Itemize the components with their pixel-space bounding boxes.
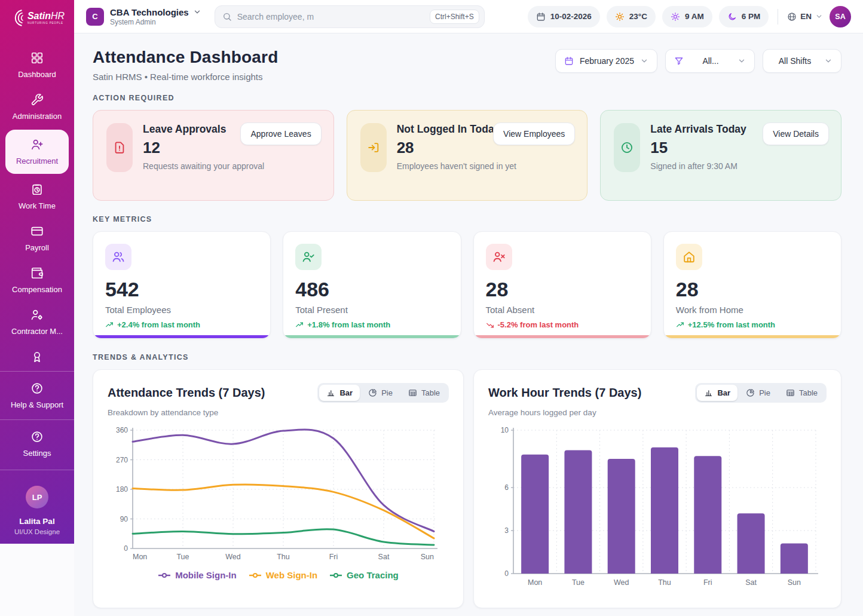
view-details-button[interactable]: View Details — [763, 122, 829, 145]
tenant-name: CBA Technologies — [110, 7, 189, 17]
toggle-bar-button[interactable]: Bar — [697, 385, 737, 401]
svg-text:Thu: Thu — [277, 553, 290, 561]
metric-trend-text: -5.2% from last month — [498, 320, 579, 329]
shift-filter[interactable]: All Shifts — [763, 49, 841, 73]
bar-thu[interactable] — [651, 448, 678, 574]
svg-text:Fri: Fri — [703, 578, 712, 587]
user-gear-icon — [30, 308, 44, 323]
temperature-pill[interactable]: 23°C — [607, 6, 656, 27]
moon-icon — [727, 12, 737, 22]
search-input[interactable] — [237, 12, 424, 22]
action-card-caption: Signed in after 9:30 AM — [650, 161, 746, 171]
chart-title: Attendance Trends (7 Days) — [108, 386, 265, 400]
user-plus-icon — [30, 138, 44, 153]
language-selector[interactable]: EN — [787, 12, 823, 22]
legend-label: Mobile Sign-In — [175, 570, 237, 580]
tenant-switcher[interactable]: C CBA Technologies System Admin — [86, 7, 201, 26]
toggle-table-button[interactable]: Table — [779, 385, 825, 401]
header-divider — [778, 9, 778, 24]
sidebar-item-compensation[interactable]: Compensation — [5, 261, 69, 299]
brand-swoosh-icon — [10, 9, 25, 27]
sunset-time-label: 6 PM — [742, 12, 761, 21]
toggle-bar-button[interactable]: Bar — [319, 385, 360, 401]
action-card-value: 15 — [650, 139, 746, 157]
svg-text:6: 6 — [504, 483, 509, 492]
toggle-pie-button[interactable]: Pie — [361, 385, 400, 401]
sunrise-time-pill[interactable]: 9 AM — [662, 6, 712, 27]
metric-label: Total Present — [295, 305, 448, 315]
global-search[interactable]: Ctrl+Shift+S — [215, 5, 485, 28]
svg-text:Sun: Sun — [421, 553, 434, 561]
department-filter[interactable]: All... — [665, 49, 755, 73]
action-card-title: Late Arrivals Today — [650, 123, 746, 136]
bar-mon[interactable] — [521, 455, 549, 574]
clipboard-clock-icon — [30, 183, 44, 198]
page-filters: February 2025All...All Shifts — [555, 49, 841, 73]
toggle-table-button[interactable]: Table — [401, 385, 447, 401]
sidebar-item-label: Dashboard — [18, 70, 56, 79]
legend-marker-icon — [329, 570, 342, 580]
sidebar-user-card[interactable]: LP Lalita Pal UI/UX Designe — [0, 475, 74, 546]
svg-text:Sun: Sun — [788, 578, 801, 587]
sidebar-item-help-support[interactable]: Help & Support — [5, 376, 69, 415]
credit-card-icon — [30, 225, 44, 240]
header-avatar[interactable]: SA — [830, 6, 851, 27]
trend-down-icon — [486, 321, 494, 329]
sun-icon — [671, 12, 680, 22]
pie-chart-icon — [368, 388, 377, 397]
brand-text: SatinHR Nurturing People — [27, 11, 65, 25]
sidebar-item-dashboard[interactable]: Dashboard — [5, 46, 69, 84]
svg-text:Tue: Tue — [572, 578, 584, 587]
action-card-text: Late Arrivals Today15Signed in after 9:3… — [650, 123, 746, 172]
bar-tue[interactable] — [564, 450, 592, 574]
metric-trend-text: +12.5% from last month — [688, 320, 775, 329]
bar-chart-canvas: 03610MonTueWedThuFriSatSun — [488, 423, 824, 592]
file-alert-icon — [106, 123, 133, 172]
legend-marker-icon — [158, 570, 171, 580]
metric-value: 28 — [486, 278, 639, 301]
bar-sat[interactable] — [737, 513, 765, 574]
toggle-label: Bar — [339, 388, 353, 397]
search-shortcut-badge: Ctrl+Shift+S — [430, 10, 479, 24]
action-card-leave-approvals: Leave Approvals12Requests awaiting your … — [93, 110, 334, 201]
sidebar-item-administration[interactable]: Administration — [5, 88, 69, 126]
view-employees-button[interactable]: View Employees — [493, 122, 575, 145]
svg-text:0: 0 — [124, 544, 128, 553]
tenant-role: System Admin — [110, 18, 201, 26]
sidebar-item-settings[interactable]: Settings — [5, 425, 69, 463]
chevron-down-icon — [824, 57, 833, 65]
date-pill[interactable]: 10-02-2026 — [528, 6, 600, 27]
user-avatar[interactable]: LP — [26, 486, 48, 508]
help-circle-icon — [30, 430, 44, 445]
sunset-time-pill[interactable]: 6 PM — [719, 6, 769, 27]
svg-text:0: 0 — [504, 569, 509, 578]
sidebar-item-item[interactable] — [5, 345, 69, 366]
sidebar-item-recruitment[interactable]: Recruitment — [5, 130, 69, 174]
sidebar-item-work-time[interactable]: Work Time — [5, 177, 69, 216]
filter-label: All... — [690, 56, 732, 66]
sidebar-item-contractor-m[interactable]: Contractor M... — [5, 303, 69, 341]
metric-card-total-present: 486Total Present+1.8% from last month — [283, 231, 461, 339]
bar-chart-icon — [326, 388, 335, 397]
bar-fri[interactable] — [694, 456, 721, 574]
users-icon — [105, 244, 131, 270]
bar-wed[interactable] — [608, 459, 635, 574]
metric-card-total-employees: 542Total Employees+2.4% from last month — [93, 231, 271, 339]
svg-text:270: 270 — [116, 456, 128, 464]
approve-leaves-button[interactable]: Approve Leaves — [240, 122, 321, 145]
bar-sun[interactable] — [781, 544, 808, 574]
search-icon — [222, 12, 232, 22]
svg-text:3: 3 — [504, 526, 509, 535]
brand-name-bold: Satin — [27, 11, 51, 21]
tenant-badge: C — [86, 8, 104, 26]
chart-view-toggle: BarPieTable — [317, 383, 449, 403]
svg-text:90: 90 — [120, 515, 128, 523]
month-filter[interactable]: February 2025 — [555, 49, 657, 73]
chart-card-work-hour-trends-7-days: Work Hour Trends (7 Days)BarPieTableAver… — [473, 369, 841, 608]
sidebar-item-payroll[interactable]: Payroll — [5, 219, 69, 258]
toggle-label: Pie — [381, 388, 393, 397]
toggle-pie-button[interactable]: Pie — [739, 385, 778, 401]
wallet-icon — [30, 266, 44, 281]
sunrise-time-label: 9 AM — [685, 12, 704, 21]
action-cards-row: Leave Approvals12Requests awaiting your … — [93, 110, 841, 201]
